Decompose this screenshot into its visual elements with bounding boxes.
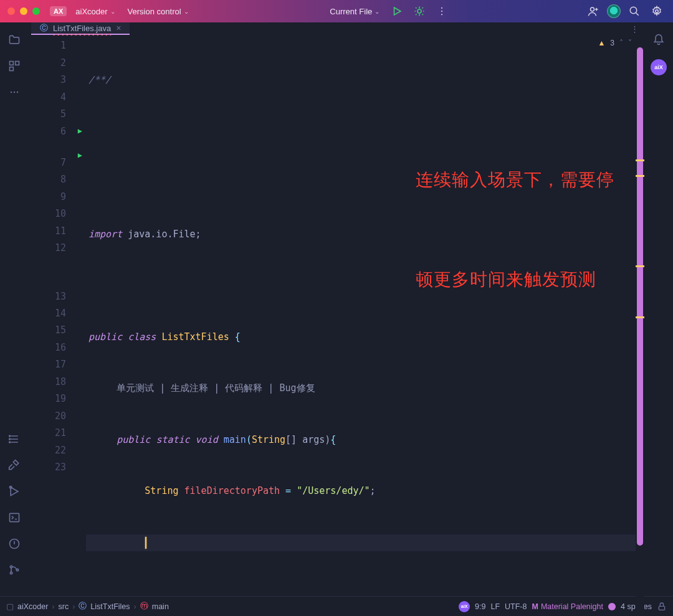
right-toolbar: aiX: [644, 22, 673, 596]
svg-point-3: [441, 14, 442, 15]
svg-point-12: [17, 92, 19, 93]
scrollbar-marker: [636, 175, 644, 177]
aixcoder-badge-icon[interactable]: aiX: [651, 59, 667, 75]
terminal-icon[interactable]: [7, 510, 22, 525]
line-number: 17: [29, 356, 86, 374]
inspection-widget[interactable]: ▲ 3 ˄ ˅: [598, 39, 632, 47]
tab-actions-icon[interactable]: ⋮: [624, 22, 644, 35]
line-number: 15: [29, 322, 86, 339]
chevron-down-icon[interactable]: ˅: [628, 39, 632, 47]
line-number: 13: [29, 257, 86, 305]
problems-icon[interactable]: [7, 536, 22, 551]
notifications-icon[interactable]: [652, 34, 665, 48]
title-bar: AX aiXcoder ⌄ Version control ⌄ Current …: [0, 0, 673, 22]
user-avatar[interactable]: [607, 4, 621, 18]
svg-point-5: [630, 7, 637, 14]
line-number: 20: [29, 408, 86, 425]
more-tools-icon[interactable]: [7, 85, 22, 100]
code-editor[interactable]: 1 2 3 4 5 6▶ 7▶ 8 9 10 11 12 13 14 15 16…: [29, 35, 644, 616]
folder-icon[interactable]: [7, 32, 22, 47]
chevron-up-icon[interactable]: ˄: [619, 39, 623, 47]
tab-filename: ListTxtFiles.java: [53, 24, 111, 33]
svg-point-4: [591, 7, 594, 11]
text-cursor: [145, 537, 146, 549]
svg-point-19: [10, 566, 12, 567]
maximize-window-icon[interactable]: [32, 7, 40, 15]
file-tab[interactable]: Ⓒ ListTxtFiles.java ×: [31, 22, 130, 35]
add-user-icon[interactable]: [585, 2, 602, 20]
close-window-icon[interactable]: [7, 7, 15, 15]
line-number: 16: [29, 339, 86, 357]
window-controls: [7, 7, 40, 15]
debug-button[interactable]: [411, 2, 428, 20]
svg-rect-22: [659, 606, 664, 610]
warning-count: 3: [610, 39, 614, 47]
run-gutter-icon[interactable]: ▶: [78, 123, 82, 141]
svg-rect-9: [10, 67, 14, 71]
close-icon[interactable]: ×: [116, 23, 121, 33]
line-number: 8: [29, 171, 86, 189]
line-number: 11: [29, 223, 86, 240]
svg-point-10: [11, 92, 12, 93]
project-selector[interactable]: aiXcoder ⌄: [72, 4, 118, 19]
lock-icon[interactable]: [657, 602, 667, 612]
chevron-down-icon: ⌄: [375, 8, 379, 15]
scrollbar-marker: [636, 265, 644, 267]
svg-point-1: [441, 7, 442, 9]
svg-point-15: [9, 442, 11, 443]
svg-point-13: [9, 435, 11, 437]
svg-point-14: [9, 438, 11, 440]
run-gutter-icon[interactable]: ▶: [78, 147, 82, 164]
editor-pane: Ⓒ ListTxtFiles.java × ⋮ ▲ 3 ˄ ˅ 1 2 3 4 …: [29, 22, 644, 596]
more-menu-icon[interactable]: [433, 2, 451, 20]
brand-badge: AX: [50, 6, 67, 16]
search-icon[interactable]: [626, 2, 643, 20]
tab-bar: Ⓒ ListTxtFiles.java × ⋮: [29, 22, 644, 35]
line-number: 18: [29, 374, 86, 391]
code-content[interactable]: /**/ import java.io.File; public class L…: [86, 35, 636, 616]
git-icon[interactable]: [7, 562, 22, 577]
svg-point-6: [656, 10, 659, 13]
vcs-label: Version control: [128, 7, 181, 16]
services-icon[interactable]: [7, 484, 22, 499]
run-scope-label: Current File: [330, 7, 372, 16]
line-number: 9: [29, 189, 86, 206]
line-number: 22: [29, 442, 86, 460]
line-number: 12: [29, 240, 86, 257]
svg-point-11: [14, 92, 16, 93]
left-toolbar: [0, 22, 29, 596]
chevron-down-icon: ⌄: [110, 8, 115, 15]
svg-rect-8: [16, 62, 19, 65]
line-number: 10: [29, 206, 86, 223]
chevron-down-icon: ⌄: [184, 8, 189, 15]
build-icon[interactable]: [7, 458, 22, 473]
code-lens[interactable]: 单元测试 | 生成注释 | 代码解释 | Bug修复: [117, 382, 315, 394]
line-number: 2: [29, 55, 86, 72]
line-number: 1: [29, 37, 86, 55]
list-icon[interactable]: [7, 432, 22, 447]
class-icon: Ⓒ: [40, 22, 48, 34]
scrollbar[interactable]: [636, 35, 644, 616]
run-button[interactable]: [388, 2, 406, 20]
scrollbar-marker: [636, 159, 644, 161]
line-number: 3: [29, 72, 86, 89]
svg-point-0: [418, 9, 421, 13]
settings-icon[interactable]: [648, 2, 666, 20]
line-number: 14: [29, 305, 86, 323]
vcs-menu[interactable]: Version control ⌄: [124, 4, 193, 19]
svg-rect-7: [10, 62, 14, 65]
line-number: 19: [29, 391, 86, 408]
svg-point-20: [10, 572, 12, 574]
minimize-window-icon[interactable]: [20, 7, 27, 15]
project-name: aiXcoder: [75, 7, 107, 16]
line-number: 4: [29, 89, 86, 107]
warning-icon: ▲: [598, 39, 605, 47]
svg-rect-17: [10, 513, 19, 521]
run-config-selector[interactable]: Current File ⌄: [326, 4, 383, 19]
scrollbar-thumb[interactable]: [637, 47, 643, 546]
line-number: 5: [29, 106, 86, 123]
line-number: 21: [29, 425, 86, 442]
line-number: 23: [29, 459, 86, 476]
structure-icon[interactable]: [7, 59, 22, 73]
svg-point-2: [441, 11, 442, 12]
